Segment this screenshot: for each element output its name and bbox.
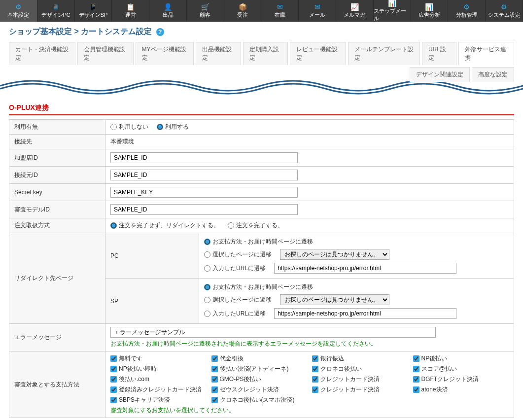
source-input[interactable] [110, 170, 298, 180]
payment-checkbox[interactable]: スコア@払い [413, 365, 509, 373]
payments-grid: 無料です代金引換銀行振込NP後払いNP後払い即時後払い決済(アトディーネ)クロネ… [110, 354, 509, 404]
payment-checkbox[interactable]: 無料です [110, 354, 207, 363]
topnav-item[interactable]: ⚙基本設定 [0, 0, 37, 22]
tab-primary[interactable]: 定期購入設定 [243, 42, 288, 65]
payment-checkbox[interactable]: NP後払い即時 [110, 365, 207, 373]
tab-primary[interactable]: レビュー機能設定 [290, 42, 346, 65]
payment-checkbox[interactable]: クロネコ後払い [312, 365, 408, 373]
payment-checkbox[interactable]: 代金引換 [211, 354, 308, 363]
payment-checkbox[interactable]: SBPSキャリア決済 [110, 396, 207, 404]
nav-label: 顧客 [200, 11, 210, 19]
payment-checkbox[interactable]: DGFTクレジット決済 [413, 375, 509, 384]
radio-sp-select[interactable]: 選択したページに遷移 [204, 296, 272, 303]
topnav-item[interactable]: 📋運営 [112, 0, 149, 22]
content: O-PLUX連携 利用有無 利用しない 利用する 接続先 本番環境 加盟店ID … [0, 100, 523, 420]
secret-input[interactable] [110, 187, 298, 198]
payment-checkbox[interactable]: クレジットカード決済 [312, 385, 408, 394]
radio-order-complete[interactable]: 注文を完了する。 [228, 222, 283, 229]
radio-usage-yes[interactable]: 利用する [157, 123, 189, 130]
nav-label: デザインPC [41, 11, 70, 19]
nav-label: 基本設定 [7, 11, 29, 19]
select-pc-page[interactable]: お探しのページは見つかりません。 [280, 249, 389, 260]
tabs-primary: カート・決済機能設定会員管理機能設定MYページ機能設定出品機能設定定期購入設定レ… [9, 42, 514, 65]
topnav-item[interactable]: 🛒顧客 [187, 0, 224, 22]
payment-checkbox[interactable]: クロネコ後払い(スマホ決済) [211, 396, 308, 404]
payment-checkbox[interactable]: 後払い決済(アトディーネ) [211, 365, 308, 373]
errmsg-help: お支払方法・お届け時間ページに遷移された場合に表示するエラーメッセージを設定して… [110, 340, 509, 348]
top-nav: ⚙基本設定🖥デザインPC📱デザインSP📋運営👤出品🛒顧客📦受注✉在庫✉メール📈メ… [0, 0, 523, 22]
nav-icon: ⚙ [15, 3, 22, 10]
row-label-merchant: 加盟店ID [9, 149, 105, 167]
input-sp-url[interactable] [274, 308, 456, 319]
row-label-payments: 審査対象とする支払方法 [9, 351, 105, 418]
topnav-item[interactable]: 📊広告分析 [411, 0, 449, 22]
tab-primary[interactable]: 出品機能設定 [196, 42, 241, 65]
merchant-input[interactable] [110, 152, 298, 163]
nav-icon: ⚙ [463, 3, 470, 10]
radio-order-redirect[interactable]: 注文を完了せず、リダイレクトする。 [110, 222, 219, 229]
nav-icon: 📊 [388, 0, 396, 6]
tab-primary[interactable]: MYページ機能設定 [136, 42, 194, 65]
tabs-wrap: カート・決済機能設定会員管理機能設定MYページ機能設定出品機能設定定期購入設定レ… [0, 42, 523, 82]
nav-label: メール [309, 11, 325, 19]
errmsg-input[interactable] [110, 327, 436, 338]
nav-label: ステップメール [374, 7, 411, 22]
nav-icon: 📈 [350, 3, 359, 10]
topnav-item[interactable]: 📦受注 [224, 0, 262, 22]
payment-checkbox[interactable]: ゼウスクレジット決済 [211, 385, 308, 394]
nav-label: 在庫 [275, 11, 285, 19]
topnav-item[interactable]: ✉在庫 [261, 0, 299, 22]
radio-pc-payment[interactable]: お支払方法・お届け時間ページに遷移 [204, 238, 313, 245]
input-pc-url[interactable] [274, 263, 456, 274]
nav-icon: 📦 [239, 3, 247, 10]
nav-label: 広告分析 [418, 11, 440, 19]
nav-icon: ⚙ [501, 3, 507, 10]
tab-primary[interactable]: カート・決済機能設定 [9, 42, 75, 65]
payment-checkbox[interactable]: 銀行振込 [312, 354, 408, 363]
nav-icon: 🛒 [201, 3, 209, 10]
payment-checkbox[interactable]: NP後払い [413, 354, 509, 363]
topnav-item[interactable]: 📊ステップメール [374, 0, 411, 22]
tab-secondary[interactable]: デザイン関連設定 [410, 67, 470, 82]
topnav-item[interactable]: 🖥デザインPC [37, 0, 75, 22]
select-sp-page[interactable]: お探しのページは見つかりません。 [280, 294, 389, 305]
radio-pc-select[interactable]: 選択したページに遷移 [204, 251, 272, 258]
payment-checkbox[interactable]: 登録済みクレジットカード決済 [110, 385, 207, 394]
form-table: 利用有無 利用しない 利用する 接続先 本番環境 加盟店ID 接続元ID Sec… [9, 119, 514, 418]
topnav-item[interactable]: 👤出品 [149, 0, 187, 22]
payments-help: 審査対象にするお支払いを選択してください。 [110, 406, 509, 415]
radio-sp-url[interactable]: 入力したURLに遷移 [204, 310, 266, 317]
tab-primary[interactable]: 会員管理機能設定 [77, 42, 133, 65]
breadcrumb-b: カートシステム設定 [81, 27, 152, 35]
payment-checkbox[interactable]: GMO-PS後払い [211, 375, 308, 384]
topnav-item[interactable]: ✉メール [299, 0, 336, 22]
breadcrumb: ショップ基本設定 > カートシステム設定 ? [0, 22, 523, 42]
payment-checkbox[interactable]: atone決済 [413, 385, 509, 394]
nav-label: 分析管理 [456, 11, 478, 19]
redirect-sub-pc: PC [105, 233, 199, 279]
tab-primary[interactable]: メールテンプレート設定 [348, 42, 420, 65]
row-label-conn: 接続先 [9, 135, 105, 149]
nav-icon: 🖥 [52, 3, 59, 10]
topnav-item[interactable]: ⚙システム設定 [486, 0, 523, 22]
help-icon[interactable]: ? [156, 28, 164, 36]
nav-icon: 📱 [89, 3, 97, 10]
topnav-item[interactable]: 📱デザインSP [75, 0, 112, 22]
tab-primary[interactable]: 外部サービス連携 [458, 42, 514, 65]
row-label-redirect: リダイレクト先ページ [9, 233, 105, 324]
nav-label: 運営 [125, 11, 136, 19]
tabs-secondary: デザイン関連設定高度な設定 [9, 67, 514, 82]
nav-icon: ✉ [277, 3, 283, 10]
breadcrumb-sep: > [74, 27, 78, 35]
radio-usage-no[interactable]: 利用しない [110, 123, 148, 130]
payment-checkbox[interactable]: 後払い.com [110, 375, 207, 384]
tab-primary[interactable]: URL設定 [422, 42, 456, 65]
nav-label: 受注 [237, 11, 248, 19]
radio-pc-url[interactable]: 入力したURLに遷移 [204, 265, 266, 272]
tab-secondary[interactable]: 高度な設定 [472, 67, 514, 82]
radio-sp-payment[interactable]: お支払方法・お届け時間ページに遷移 [204, 283, 313, 290]
model-input[interactable] [110, 204, 298, 215]
topnav-item[interactable]: ⚙分析管理 [448, 0, 486, 22]
topnav-item[interactable]: 📈メルマガ [336, 0, 374, 22]
payment-checkbox[interactable]: クレジットカード決済 [312, 375, 408, 384]
